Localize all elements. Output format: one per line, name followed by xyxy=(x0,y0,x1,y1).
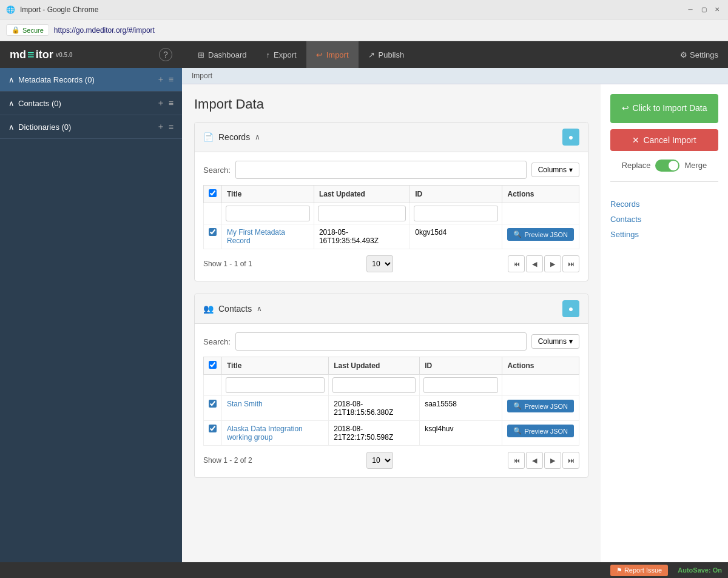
contacts-filter-checkbox-col xyxy=(204,375,222,396)
nav-settings[interactable]: ⚙ Settings xyxy=(670,50,728,59)
contacts-row1-checkbox[interactable] xyxy=(209,400,217,408)
dashboard-icon: ⊞ xyxy=(198,50,204,59)
contacts-search-row: Search: Columns ▾ xyxy=(203,332,579,351)
contacts-collapse-icon[interactable]: ∧ xyxy=(257,304,262,313)
merge-label: Merge xyxy=(684,161,707,170)
replace-merge-toggle[interactable] xyxy=(655,160,679,172)
contacts-th-last-updated: Last Updated xyxy=(329,357,420,375)
flag-icon: ⚑ xyxy=(616,566,622,574)
nav-export[interactable]: ↑ Export xyxy=(257,41,306,68)
records-collapse-icon[interactable]: ∧ xyxy=(255,133,260,141)
sidebar-label-contacts: Contacts (0) xyxy=(18,99,153,108)
contacts-last-page-button[interactable]: ⏭ xyxy=(562,452,579,469)
content-row: Import Data 📄 Records ∧ ● xyxy=(182,84,728,562)
contacts-next-page-button[interactable]: ▶ xyxy=(544,452,561,469)
contacts-row1-title-col: Stan Smith xyxy=(222,396,329,421)
contacts-row2-preview-json-button[interactable]: 🔍 Preview JSON xyxy=(507,425,574,437)
nav-import[interactable]: ↩ Import xyxy=(306,41,359,68)
contacts-card-body: Search: Columns ▾ xyxy=(195,324,588,477)
records-preview-json-button[interactable]: 🔍 Preview JSON xyxy=(507,228,574,241)
maximize-button[interactable]: ▢ xyxy=(699,5,709,15)
nav-dashboard[interactable]: ⊞ Dashboard xyxy=(188,41,257,68)
minimize-button[interactable]: ─ xyxy=(686,5,695,15)
add-dictionaries-icon[interactable]: ＋ xyxy=(157,121,165,132)
records-row-id-col: 0kgv15d4 xyxy=(410,224,502,249)
contacts-row1-title-link[interactable]: Stan Smith xyxy=(227,400,263,408)
records-filter-id-input[interactable] xyxy=(414,206,498,221)
menu-contacts-icon[interactable]: ≡ xyxy=(169,98,174,108)
records-row-title-link[interactable]: My First Metadata Record xyxy=(227,228,285,245)
content-inner: Import Data 📄 Records ∧ ● xyxy=(182,84,601,562)
contacts-users-icon: 👥 xyxy=(203,304,214,314)
records-next-page-button[interactable]: ▶ xyxy=(544,255,561,272)
contacts-table: Title Last Updated ID Actions xyxy=(203,357,579,446)
contacts-filter-id-input[interactable] xyxy=(423,377,498,393)
contacts-toggle-icon: ● xyxy=(568,304,573,314)
records-row-checkbox[interactable] xyxy=(209,228,217,236)
contacts-row1-preview-json-button[interactable]: 🔍 Preview JSON xyxy=(507,400,574,412)
brand-version: v0.5.0 xyxy=(56,52,73,58)
right-nav-settings[interactable]: Settings xyxy=(610,228,718,241)
status-bar: ⚑ Report Issue AutoSave: On xyxy=(0,562,728,578)
menu-dictionaries-icon[interactable]: ≡ xyxy=(169,122,174,132)
close-button[interactable]: ✕ xyxy=(712,5,722,15)
browser-title: Import - Google Chrome xyxy=(20,5,681,14)
right-nav-contacts[interactable]: Contacts xyxy=(610,213,718,226)
contacts-row2-title-col: Alaska Data Integration working group xyxy=(222,421,329,446)
records-th-last-updated: Last Updated xyxy=(314,186,410,203)
contacts-page-size-dropdown[interactable]: 10 25 50 xyxy=(366,452,393,469)
browser-addressbar: 🔒 Secure https://go.mdeditor.org/#/impor… xyxy=(0,19,728,41)
records-row-updated-col: 2018-05-16T19:35:54.493Z xyxy=(314,224,410,249)
records-toggle-button[interactable]: ● xyxy=(562,129,579,146)
sidebar-item-metadata-records[interactable]: ∧ Metadata Records (0) ＋ ≡ xyxy=(0,68,182,91)
contacts-columns-button[interactable]: Columns ▾ xyxy=(531,334,579,349)
records-filter-title-input[interactable] xyxy=(226,206,310,221)
records-columns-button[interactable]: Columns ▾ xyxy=(531,163,579,177)
records-filter-checkbox-col xyxy=(204,203,222,224)
contacts-prev-page-button[interactable]: ◀ xyxy=(526,452,543,469)
top-nav-items: ⊞ Dashboard ↑ Export ↩ Import ↗ Publish xyxy=(182,41,670,68)
contacts-first-page-button[interactable]: ⏮ xyxy=(508,452,525,469)
brand-icon: ≡ xyxy=(27,48,35,62)
contacts-search-input[interactable] xyxy=(235,332,527,351)
records-th-id: ID xyxy=(410,186,502,203)
contacts-filter-updated-input[interactable] xyxy=(332,377,416,393)
click-to-import-button[interactable]: ↩ Click to Import Data xyxy=(610,94,718,123)
nav-publish[interactable]: ↗ Publish xyxy=(359,41,414,68)
records-page-size-dropdown[interactable]: 10 25 50 xyxy=(366,255,393,272)
table-row: Alaska Data Integration working group 20… xyxy=(204,421,579,446)
contacts-th-title: Title xyxy=(222,357,329,375)
right-panel: ↩ Click to Import Data ✕ Cancel Import R… xyxy=(601,84,728,562)
records-filter-updated-input[interactable] xyxy=(318,206,406,221)
menu-metadata-icon[interactable]: ≡ xyxy=(169,75,174,84)
records-last-page-button[interactable]: ⏭ xyxy=(562,255,579,272)
right-nav-records[interactable]: Records xyxy=(610,198,718,210)
help-button[interactable]: ? xyxy=(159,48,172,61)
records-pagination: Show 1 - 1 of 1 10 25 50 xyxy=(203,255,579,272)
records-prev-page-button[interactable]: ◀ xyxy=(526,255,543,272)
address-url[interactable]: https://go.mdeditor.org/#/import xyxy=(54,26,155,35)
replace-label: Replace xyxy=(622,161,651,170)
sidebar-item-contacts[interactable]: ∧ Contacts (0) ＋ ≡ xyxy=(0,92,182,115)
contacts-row1-id-col: saa15558 xyxy=(420,396,502,421)
sidebar-section-metadata: ∧ Metadata Records (0) ＋ ≡ xyxy=(0,68,182,92)
sidebar-section-dictionaries: ∧ Dictionaries (0) ＋ ≡ xyxy=(0,115,182,139)
report-issue-button[interactable]: ⚑ Report Issue xyxy=(610,565,668,576)
cancel-import-button[interactable]: ✕ Cancel Import xyxy=(610,129,718,151)
brand-area: md ≡ itor v0.5.0 ? xyxy=(0,48,182,62)
records-first-page-button[interactable]: ⏮ xyxy=(508,255,525,272)
sidebar-item-dictionaries[interactable]: ∧ Dictionaries (0) ＋ ≡ xyxy=(0,115,182,138)
contacts-toggle-button[interactable]: ● xyxy=(562,300,579,317)
add-metadata-icon[interactable]: ＋ xyxy=(157,74,165,85)
import-arrow-icon: ↩ xyxy=(622,102,629,115)
contacts-select-all-checkbox[interactable] xyxy=(209,361,217,369)
sidebar-section-contacts: ∧ Contacts (0) ＋ ≡ xyxy=(0,92,182,115)
contacts-filter-title-input[interactable] xyxy=(226,377,325,393)
top-nav: md ≡ itor v0.5.0 ? ⊞ Dashboard ↑ Export … xyxy=(0,41,728,68)
contacts-row2-title-link[interactable]: Alaska Data Integration working group xyxy=(227,425,303,442)
main-area: ∧ Metadata Records (0) ＋ ≡ ∧ Contacts (0… xyxy=(0,68,728,562)
contacts-row2-checkbox[interactable] xyxy=(209,425,217,432)
add-contacts-icon[interactable]: ＋ xyxy=(157,98,165,109)
records-search-input[interactable] xyxy=(235,161,527,179)
records-select-all-checkbox[interactable] xyxy=(209,189,217,197)
